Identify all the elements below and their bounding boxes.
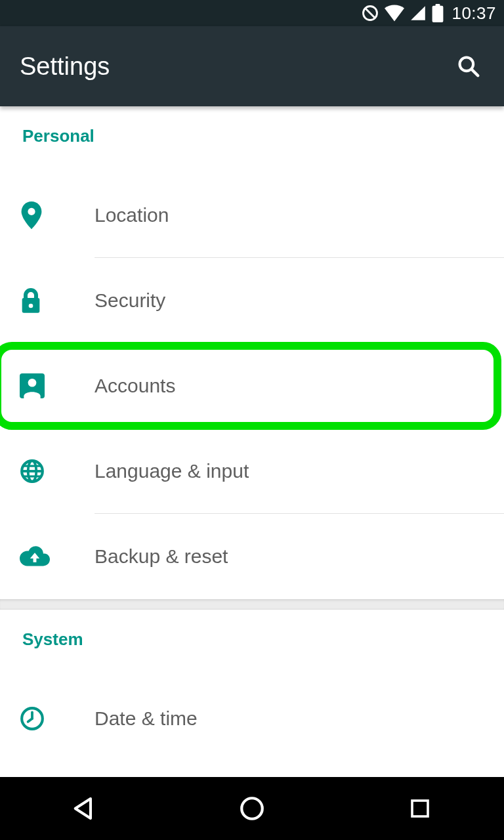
section-divider [0, 599, 504, 610]
settings-item-label: Date & time [94, 707, 198, 730]
settings-item-label: Location [94, 204, 169, 226]
wifi-icon [385, 5, 404, 22]
nav-back-button[interactable] [45, 789, 123, 828]
svg-point-20 [242, 798, 262, 819]
svg-point-9 [29, 304, 33, 308]
settings-item-security[interactable]: Security [0, 258, 504, 343]
svg-line-19 [28, 719, 32, 722]
svg-rect-21 [412, 801, 428, 816]
settings-content: Personal Location Security [0, 106, 504, 777]
settings-item-label: Accounts [94, 375, 175, 397]
page-title: Settings [20, 52, 110, 81]
nav-recents-button[interactable] [381, 789, 459, 828]
location-icon [20, 201, 43, 229]
app-bar: Settings [0, 26, 504, 106]
recents-square-icon [408, 797, 432, 820]
cloud-upload-icon [20, 545, 50, 568]
cell-signal-icon [410, 5, 427, 22]
svg-line-1 [366, 9, 375, 18]
section-header-system: System [0, 610, 504, 656]
svg-rect-8 [26, 290, 36, 303]
settings-item-label: Language & input [94, 460, 249, 482]
svg-point-11 [28, 379, 37, 387]
settings-item-language-input[interactable]: Language & input [0, 429, 504, 514]
navigation-bar [0, 777, 504, 840]
settings-item-backup-reset[interactable]: Backup & reset [0, 514, 504, 599]
settings-item-label: Security [94, 289, 165, 312]
section-header-personal: Personal [0, 106, 504, 153]
clock-icon [20, 706, 45, 731]
no-sign-icon [361, 4, 379, 22]
svg-point-6 [28, 208, 35, 215]
person-icon [20, 373, 45, 398]
back-triangle-icon [71, 795, 97, 822]
search-icon [456, 54, 481, 79]
settings-item-label: Backup & reset [94, 545, 228, 568]
settings-item-date-time[interactable]: Date & time [0, 676, 504, 761]
list-personal: Location Security Accounts [0, 173, 504, 599]
status-clock: 10:37 [452, 3, 496, 24]
svg-rect-3 [436, 4, 440, 7]
svg-rect-2 [432, 6, 444, 22]
globe-icon [20, 459, 45, 484]
list-system: Date & time [0, 676, 504, 761]
battery-icon [432, 4, 444, 22]
nav-home-button[interactable] [213, 789, 291, 828]
status-bar: 10:37 [0, 0, 504, 26]
svg-line-5 [472, 70, 478, 76]
lock-icon [20, 287, 42, 314]
home-circle-icon [238, 795, 266, 822]
settings-item-location[interactable]: Location [0, 173, 504, 258]
search-button[interactable] [453, 51, 484, 82]
settings-item-accounts[interactable]: Accounts [0, 343, 504, 429]
